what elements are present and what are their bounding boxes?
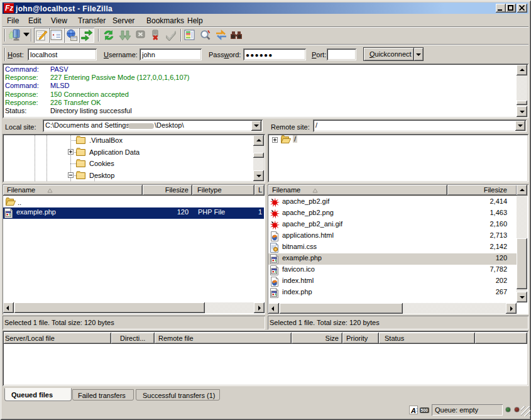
- svg-text:Fz: Fz: [5, 4, 13, 13]
